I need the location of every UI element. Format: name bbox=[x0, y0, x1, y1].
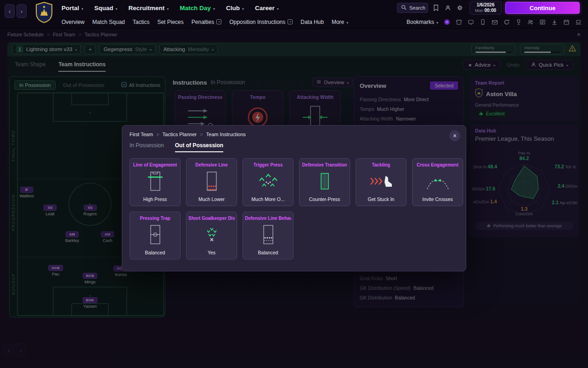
breadcrumb-item[interactable]: Team Instructions bbox=[206, 132, 246, 137]
continue-button[interactable]: Continue bbox=[505, 2, 580, 14]
chevron-down-icon bbox=[436, 19, 438, 25]
breadcrumb-item[interactable]: First Team bbox=[130, 132, 153, 137]
nav-squad[interactable]: Squad bbox=[94, 5, 117, 12]
download-icon[interactable] bbox=[551, 18, 558, 25]
instruction-card-line-of-engagement[interactable]: Line of Engagement High Press bbox=[130, 158, 181, 206]
breadcrumb-separator: > bbox=[156, 132, 159, 137]
laptop-icon[interactable] bbox=[575, 18, 582, 25]
modal-card-grid: Line of Engagement High Press Defensive … bbox=[130, 158, 458, 259]
top-bar: Portal Squad Recruitment Match Day Club … bbox=[0, 0, 588, 16]
subnav-more[interactable]: More bbox=[332, 19, 348, 25]
chevron-down-icon bbox=[81, 5, 83, 12]
gk-distribution-icon bbox=[198, 225, 226, 246]
smartphone-icon[interactable] bbox=[479, 18, 486, 25]
subnav-set-pieces[interactable]: Set Pieces bbox=[157, 19, 183, 25]
defensive-transition-icon bbox=[311, 172, 339, 193]
defensive-line-icon bbox=[198, 172, 226, 193]
chevron-down-icon bbox=[242, 5, 244, 12]
nav-recruitment[interactable]: Recruitment bbox=[129, 5, 169, 12]
instruction-card-trigger-press[interactable]: Trigger Press Much More O... bbox=[243, 158, 294, 206]
nav-match-day[interactable]: Match Day bbox=[180, 5, 215, 12]
nav-club[interactable]: Club bbox=[226, 5, 244, 12]
modal-tab-out-of-possession[interactable]: Out of Possession bbox=[175, 142, 223, 152]
mail-icon[interactable] bbox=[491, 18, 498, 25]
subnav-overview[interactable]: Overview bbox=[62, 19, 85, 25]
cross-engagement-icon bbox=[424, 172, 452, 193]
subnav-opposition-instructions[interactable]: Opposition Instructions bbox=[229, 19, 293, 25]
history-nav bbox=[5, 4, 27, 18]
modal-tab-in-possession[interactable]: In Possession bbox=[130, 142, 164, 152]
main-nav: Portal Squad Recruitment Match Day Club … bbox=[62, 0, 279, 16]
instruction-card-cross-engagement[interactable]: Cross Engagement Invite Crosses bbox=[412, 158, 463, 206]
instruction-card-defensive-line-behaviour[interactable]: Defensive Line Behavio Balanced bbox=[243, 212, 294, 259]
subnav-penalties[interactable]: Penalties bbox=[192, 19, 221, 25]
pressing-trap-icon bbox=[141, 225, 170, 246]
chevron-down-icon bbox=[346, 19, 348, 25]
monitor-icon[interactable] bbox=[467, 18, 474, 25]
fm-screen: Portal Squad Recruitment Match Day Club … bbox=[0, 0, 588, 368]
instruction-card-defensive-transition[interactable]: Defensive Transition Counter-Press bbox=[299, 158, 350, 206]
refresh-icon[interactable] bbox=[503, 18, 510, 25]
game-date[interactable]: 1/6/2026 Mon00:00 bbox=[469, 1, 502, 15]
subnav-tactics[interactable]: Tactics bbox=[133, 19, 150, 25]
instruction-card-pressing-trap[interactable]: Pressing Trap Balanced bbox=[130, 212, 181, 259]
forward-button[interactable] bbox=[17, 4, 27, 18]
instruction-card-tackling[interactable]: Tackling Get Stuck In bbox=[356, 158, 407, 206]
external-link-icon bbox=[288, 19, 293, 24]
search-button[interactable]: Search bbox=[397, 3, 428, 13]
chevron-down-icon bbox=[116, 5, 118, 12]
modal-close-button[interactable] bbox=[449, 130, 460, 141]
instruction-card-short-gk-distribution[interactable]: Short Goalkeeper Distr Yes bbox=[186, 212, 237, 259]
tackling-icon bbox=[367, 172, 396, 193]
back-button[interactable] bbox=[5, 4, 15, 18]
chevron-down-icon bbox=[277, 5, 279, 12]
instruction-card-defensive-line[interactable]: Defensive Line Much Lower bbox=[186, 158, 237, 206]
trigger-press-icon bbox=[254, 172, 283, 193]
breadcrumb-separator: > bbox=[200, 132, 203, 137]
gear-icon[interactable] bbox=[455, 3, 465, 13]
manager-badge-icon[interactable] bbox=[443, 18, 450, 25]
club-crest-icon bbox=[35, 1, 53, 25]
people-icon[interactable] bbox=[527, 18, 534, 25]
newspaper-icon[interactable] bbox=[539, 18, 546, 25]
sub-nav: Overview Match Squad Tactics Set Pieces … bbox=[0, 16, 588, 29]
modal-tabs: In Possession Out of Possession bbox=[130, 142, 458, 152]
breadcrumb-item[interactable]: Tactics Planner bbox=[163, 132, 197, 137]
modal-breadcrumb: First Team > Tactics Planner > Team Inst… bbox=[130, 132, 458, 137]
external-link-icon bbox=[216, 19, 221, 24]
shirt-icon[interactable] bbox=[455, 18, 462, 25]
nav-career[interactable]: Career bbox=[255, 5, 279, 12]
trophy-icon[interactable] bbox=[515, 18, 522, 25]
manager-icon[interactable] bbox=[443, 3, 453, 13]
team-instructions-modal: First Team > Tactics Planner > Team Inst… bbox=[122, 125, 466, 271]
subnav-data-hub[interactable]: Data Hub bbox=[300, 19, 324, 25]
chevron-down-icon bbox=[167, 5, 169, 12]
calendar-icon[interactable] bbox=[563, 18, 570, 25]
chevron-down-icon bbox=[213, 5, 215, 12]
subnav-match-squad[interactable]: Match Squad bbox=[92, 19, 125, 25]
search-icon bbox=[401, 5, 407, 11]
nav-portal[interactable]: Portal bbox=[62, 5, 83, 12]
defensive-line-behaviour-icon bbox=[254, 225, 283, 246]
line-of-engagement-icon bbox=[141, 172, 170, 193]
bookmarks-dropdown[interactable]: Bookmarks bbox=[407, 19, 438, 25]
bookmark-icon[interactable] bbox=[431, 3, 441, 13]
